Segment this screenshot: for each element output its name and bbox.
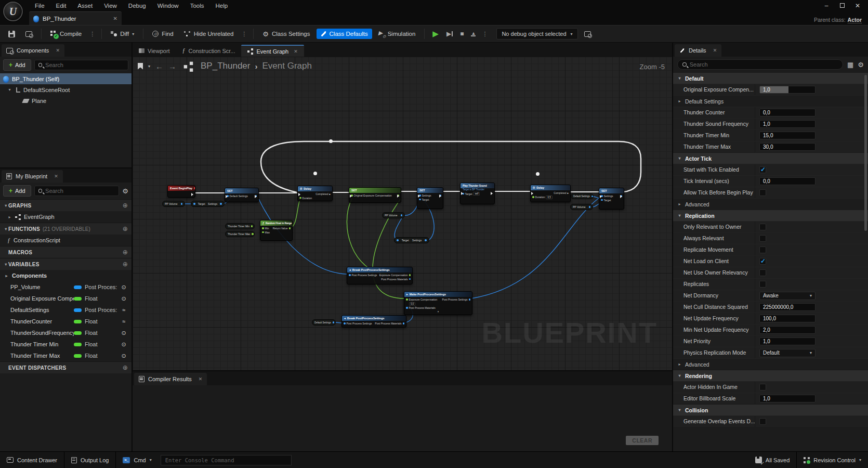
node-get-thunder-timer-min[interactable]: Thunder Timer Min <box>225 223 255 229</box>
browse-asset-button[interactable] <box>21 29 36 39</box>
node-get-default-settings[interactable]: Default Settings <box>571 193 594 199</box>
node-set-settings-right[interactable]: SET Settings Target <box>599 188 624 210</box>
post-process-materials-out-pin[interactable]: Post Process Materials <box>381 278 411 281</box>
checkbox[interactable] <box>759 418 766 425</box>
property-input[interactable]: 1,0 <box>759 395 816 402</box>
node-get-pp-volume[interactable]: PP Volume <box>382 212 405 218</box>
frame-skip-button[interactable]: ▶ <box>444 30 455 37</box>
completed-out-pin[interactable]: Completed▸ <box>315 192 331 196</box>
target-in-pin[interactable]: Targetself <box>462 192 480 196</box>
section-replication[interactable]: ▾Replication <box>673 210 868 221</box>
property-input[interactable]: 225000000,0 <box>759 303 816 311</box>
variables-section-header[interactable]: ▾VARIABLES⊕ <box>0 258 131 270</box>
tab-event-graph[interactable]: Event Graph✕ <box>241 45 304 57</box>
completed-out-pin[interactable]: Completed▸ <box>554 191 569 194</box>
my-blueprint-search[interactable] <box>34 186 120 196</box>
object-out-pin[interactable] <box>589 206 591 208</box>
macros-section-header[interactable]: ▾MACROS⊕ <box>0 246 131 258</box>
compile-options-icon[interactable]: ⋮ <box>88 31 97 37</box>
post-process-materials-out-pin[interactable]: Post Process Materials <box>375 322 404 325</box>
property-input[interactable]: 15,0 <box>759 132 816 139</box>
close-icon[interactable]: ✕ <box>199 376 203 382</box>
add-component-button[interactable]: +Add <box>3 59 31 71</box>
event-graph-canvas[interactable]: ▾ ← → BP_Thunder›Event Graph Zoom -5 BLU… <box>133 57 672 370</box>
settings-out-pin[interactable] <box>220 203 222 205</box>
save-button[interactable] <box>4 29 19 40</box>
row-advanced-replication[interactable]: ▸Advanced <box>673 358 868 370</box>
details-search[interactable] <box>677 59 843 70</box>
play-button[interactable]: ▶ <box>429 29 442 38</box>
details-panel-tab[interactable]: Details✕ <box>675 44 721 57</box>
restore-button[interactable] <box>838 2 846 9</box>
my-blueprint-panel-tab[interactable]: My Blueprint✕ <box>2 170 63 183</box>
components-search-input[interactable] <box>45 62 124 68</box>
node-play-thunder-sound[interactable]: Play Thunder Sound Target is BP Thunder … <box>460 183 495 204</box>
cmd-dropdown[interactable]: >_Cmd▾ <box>116 452 158 468</box>
add-macro-icon[interactable]: ⊕ <box>123 249 128 256</box>
variable-row[interactable]: Thunder Timer MinFloat⊙ <box>0 339 131 350</box>
node-set-original-exposure[interactable]: SET Original Exposure Compensation <box>349 187 401 203</box>
node-set-default-settings[interactable]: SET Default Settings <box>225 188 259 202</box>
stop-button[interactable]: ■ <box>457 30 466 37</box>
exposure-value-field[interactable]: 0,0 <box>409 302 415 306</box>
node-get-default-settings[interactable]: Default Settings <box>312 319 336 326</box>
menu-help[interactable]: Help <box>210 1 234 10</box>
property-input[interactable]: 100,0 <box>759 315 816 322</box>
node-header[interactable]: SET <box>349 188 401 193</box>
duration-in-pin[interactable]: Duration <box>299 197 312 200</box>
property-input[interactable]: 1,0 <box>759 337 816 345</box>
exposure-compensation-in-pin[interactable]: Exposure Compensation <box>406 298 437 301</box>
checkbox[interactable] <box>759 235 766 242</box>
variable-row[interactable]: ThunderSoundFrequencyFloat⊙ <box>0 327 131 339</box>
class-defaults-button[interactable]: Class Defaults <box>317 29 372 39</box>
menu-edit[interactable]: Edit <box>50 1 72 10</box>
variable-row[interactable]: Thunder Timer MaxFloat⊙ <box>0 350 131 361</box>
checkbox[interactable] <box>759 189 766 196</box>
class-settings-button[interactable]: ⚙Class Settings <box>258 28 314 40</box>
node-get-target-settings[interactable]: TargetSettings <box>191 201 225 207</box>
checkbox[interactable] <box>759 384 766 391</box>
debug-world-button[interactable] <box>580 29 595 39</box>
play-options-icon[interactable]: ⋮ <box>480 31 489 37</box>
checkbox[interactable] <box>759 246 766 253</box>
simulation-button[interactable]: Simulation <box>374 29 420 39</box>
components-panel-tab[interactable]: Components✕ <box>2 44 64 57</box>
forward-arrow-icon[interactable]: → <box>168 62 176 71</box>
debug-object-dropdown[interactable]: No debug object selected▾ <box>496 28 577 40</box>
node-header[interactable]: ƒRandom Float in Range <box>260 220 292 226</box>
duration-value-field[interactable]: 0,5 <box>546 196 552 199</box>
node-header[interactable]: SET <box>599 188 624 193</box>
event-graph-row[interactable]: ▸EventGraph <box>0 211 131 223</box>
visibility-wave-icon[interactable]: ≈ <box>119 307 128 313</box>
close-icon[interactable]: ✕ <box>56 48 60 53</box>
construction-script-row[interactable]: ƒConstructionScript <box>0 235 131 246</box>
checkbox[interactable] <box>759 166 766 173</box>
float-in-pin[interactable]: Original Exposure Compensation <box>351 194 392 197</box>
exec-in-pin[interactable] <box>461 192 465 195</box>
exec-out-pin[interactable] <box>255 195 258 198</box>
exec-in-pin[interactable] <box>600 195 603 198</box>
float-out-pin[interactable] <box>252 233 254 235</box>
property-input[interactable]: 1,0 <box>759 120 816 128</box>
section-collision[interactable]: ▾Collision <box>673 404 868 415</box>
target-in-pin[interactable]: Target <box>601 199 611 202</box>
all-saved-button[interactable]: All Saved <box>748 452 797 468</box>
node-random-float-in-range[interactable]: ƒRandom Float in Range MinReturn Value M… <box>260 220 293 241</box>
section-default[interactable]: ▾Default <box>673 72 868 84</box>
back-arrow-icon[interactable]: ← <box>155 62 163 71</box>
node-delay-2[interactable]: ⏱Delay Completed▸ Duration0,5 <box>530 185 571 202</box>
min-in-pin[interactable]: Min <box>262 227 269 230</box>
node-set-settings-mid[interactable]: SET Settings Target <box>417 187 443 209</box>
exec-out-pin[interactable] <box>397 194 401 198</box>
checkbox[interactable] <box>759 281 766 288</box>
functions-section-header[interactable]: ▾FUNCTIONS(21 OVERRIDABLE)⊕ <box>0 223 131 235</box>
exec-out-pin[interactable] <box>620 195 624 198</box>
console-command-input[interactable] <box>165 457 287 463</box>
post-process-materials-in-pin[interactable]: Post Process Materials <box>406 306 436 309</box>
breadcrumb-root[interactable]: BP_Thunder <box>201 61 250 71</box>
exec-in-pin[interactable] <box>418 194 422 198</box>
visibility-eye-icon[interactable]: ⊙ <box>119 341 128 348</box>
node-get-thunder-timer-max[interactable]: Thunder Timer Max <box>225 231 255 237</box>
exposure-compensation-out-pin[interactable]: Exposure Compensation <box>379 274 411 277</box>
visibility-eye-icon[interactable]: ⊙ <box>119 295 128 302</box>
